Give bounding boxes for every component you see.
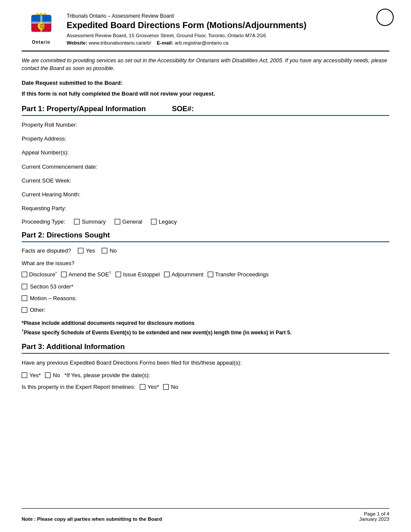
expert-row: Is this property in the Expert Report ti… [22, 384, 389, 390]
website-label: Website: [67, 40, 87, 45]
expert-no-label: No [171, 384, 178, 390]
expert-yes-checkbox[interactable] [140, 384, 145, 390]
part1-heading: Part 1: Property/Appeal Information SOE#… [22, 105, 389, 116]
facts-yes-label: Yes [86, 247, 95, 254]
contact-line: Website: www.tribunalsontario.ca/arb/ E-… [67, 39, 389, 47]
requesting-party-label: Requesting Party: [22, 205, 66, 212]
facts-no-item[interactable]: No [102, 247, 117, 254]
appeal-number-field: Appeal Number(s): [22, 149, 389, 157]
issue-adjournment-item[interactable]: Adjournment [164, 271, 203, 278]
property-roll-field: Property Roll Number: [22, 121, 389, 129]
footer-date: January 2023 [359, 516, 389, 522]
other-label: Other: [30, 307, 45, 313]
proceeding-type-row: Proceeding Type: Summary General Legacy [22, 218, 389, 225]
footer-note: Note : Please copy all parties when subm… [22, 516, 162, 522]
motion-row: Motion – Reasons: [22, 295, 389, 301]
svg-text:🦁: 🦁 [39, 23, 45, 29]
facts-yes-item[interactable]: Yes [78, 247, 95, 254]
issue-adjournment-checkbox[interactable] [164, 272, 170, 277]
issue-disclosure-label: Disclosure* [29, 271, 57, 278]
expert-no-item[interactable]: No [163, 384, 178, 390]
part1-title: Part 1: Property/Appeal Information [22, 105, 146, 113]
facts-no-checkbox[interactable] [102, 248, 107, 253]
facts-no-label: No [109, 247, 117, 254]
part3-title: Part 3: Additional Information [22, 343, 125, 351]
if-yes-text: *If Yes, please provide the date(s): [64, 372, 150, 378]
date-request: Date Request submitted to the Board: [22, 80, 389, 86]
footnote2-text: Please specify Schedule of Events Event(… [24, 330, 292, 336]
property-address-field: Property Address: [22, 135, 389, 143]
section53-row: Section 53 order* [22, 283, 389, 290]
facts-disputed-label: Facts are disputed? [22, 247, 71, 254]
issues-checkboxes: Disclosure* Amend the SOE† Issue Estoppe… [22, 271, 389, 278]
soe-week-field: Current SOE Week: [22, 177, 389, 185]
form-title: Expedited Board Directions Form (Motions… [67, 20, 389, 30]
page-footer: Note : Please copy all parties when subm… [22, 508, 389, 522]
proceeding-general-item[interactable]: General [115, 218, 142, 225]
issue-disclosure-item[interactable]: Disclosure* [22, 271, 57, 278]
motion-label: Motion – Reasons: [30, 295, 77, 301]
commencement-date-field: Current Commencement date: [22, 163, 389, 171]
facts-disputed-row: Facts are disputed? Yes No [22, 247, 389, 254]
org-name: Tribunals Ontario – Assessment Review Bo… [67, 13, 389, 19]
other-checkbox[interactable] [22, 307, 27, 313]
footnote2: †Please specify Schedule of Events Event… [22, 329, 389, 336]
part3-heading: Part 3: Additional Information [22, 343, 389, 354]
issues-row: What are the issues? [22, 260, 389, 266]
hearing-month-field: Current Hearing Month: [22, 191, 389, 199]
warning-line: If this form is not fully completed the … [22, 90, 389, 97]
issue-estoppel-item[interactable]: Issue Estoppel [116, 271, 160, 278]
proceeding-legacy-checkbox[interactable] [151, 219, 157, 224]
footer-right: Page 1 of 4 January 2023 [359, 511, 389, 522]
hearing-month-label: Current Hearing Month: [22, 191, 80, 198]
part3-no-checkbox[interactable] [45, 372, 51, 378]
page-number: Page 1 of 4 [359, 511, 389, 516]
proceeding-type-label: Proceeding Type: [22, 218, 65, 225]
issue-amend-soe-item[interactable]: Amend the SOE† [61, 271, 111, 278]
email-address: arb.registrar@ontario.ca [175, 40, 228, 45]
accessibility-notice: We are committed to providing services a… [22, 57, 389, 73]
section53-checkbox[interactable] [22, 284, 27, 289]
email-label: E-mail: [157, 40, 173, 45]
issue-transfer-proceedings-checkbox[interactable] [208, 272, 213, 277]
issue-transfer-proceedings-item[interactable]: Transfer Proceedings [208, 271, 269, 278]
property-address-label: Property Address: [22, 135, 66, 142]
proceeding-summary-label: Summary [82, 218, 106, 225]
expert-no-checkbox[interactable] [163, 384, 169, 390]
part3-yes-label: Yes* [29, 372, 41, 378]
part3-yes-checkbox[interactable] [22, 372, 27, 378]
other-row: Other: [22, 307, 389, 313]
ontario-crest-icon: 🦁 [27, 13, 55, 39]
issue-disclosure-checkbox[interactable] [22, 272, 27, 277]
issue-estoppel-label: Issue Estoppel [123, 271, 160, 278]
part2-title: Part 2: Directions Sought [22, 231, 110, 240]
appeal-number-label: Appeal Number(s): [22, 149, 69, 156]
motion-checkbox[interactable] [22, 295, 27, 301]
issue-amend-soe-checkbox[interactable] [61, 272, 67, 277]
proceeding-legacy-item[interactable]: Legacy [151, 218, 177, 225]
requesting-party-field: Requesting Party: [22, 205, 389, 212]
proceeding-summary-item[interactable]: Summary [74, 218, 106, 225]
facts-yes-checkbox[interactable] [78, 248, 83, 253]
address-line1: Assessment Review Board, 15 Grosvenor St… [67, 32, 389, 39]
part3-yesno-row: Yes* No *If Yes, please provide the date… [22, 372, 389, 378]
proceeding-general-checkbox[interactable] [115, 219, 120, 224]
soe-label: SOE#: [172, 105, 194, 113]
expert-yes-item[interactable]: Yes* [140, 384, 159, 390]
expert-yes-label: Yes* [148, 384, 159, 390]
page-header: 🦁 Ontario Tribunals Ontario – Assessment… [22, 13, 389, 51]
issue-estoppel-checkbox[interactable] [116, 272, 121, 277]
part2-heading: Part 2: Directions Sought [22, 231, 389, 242]
issue-transfer-proceedings-label: Transfer Proceedings [215, 271, 269, 278]
proceeding-legacy-label: Legacy [159, 218, 177, 225]
proceeding-summary-checkbox[interactable] [74, 219, 80, 224]
issue-adjournment-label: Adjournment [171, 271, 203, 278]
part3-no-item[interactable]: No [45, 372, 60, 378]
property-roll-label: Property Roll Number: [22, 122, 77, 128]
previous-forms-text: Have any previous Expedited Board Direct… [22, 359, 389, 367]
footnote1: *Please include additional documents req… [22, 320, 389, 326]
circle-decoration [376, 9, 394, 26]
part3-yes-item[interactable]: Yes* [22, 372, 41, 378]
commencement-date-label: Current Commencement date: [22, 163, 97, 170]
ontario-logo: 🦁 Ontario [22, 13, 61, 45]
